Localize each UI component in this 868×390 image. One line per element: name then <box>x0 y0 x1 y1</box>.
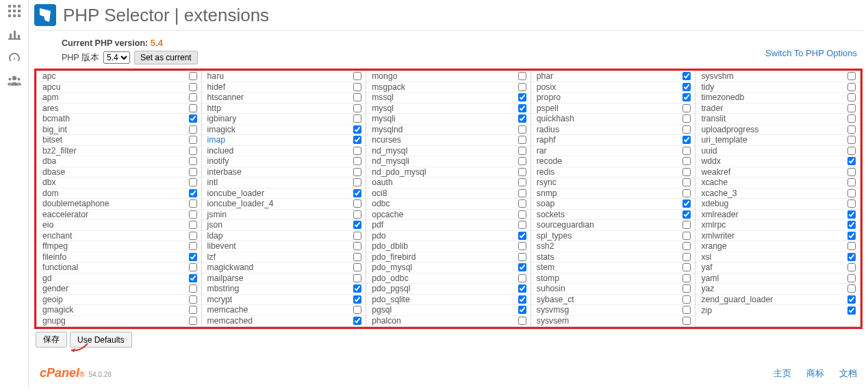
extension-checkbox[interactable] <box>518 284 526 293</box>
extension-checkbox[interactable] <box>189 199 197 208</box>
extension-label[interactable]: libevent <box>207 241 236 251</box>
extension-label[interactable]: ssh2 <box>537 241 554 251</box>
extension-label[interactable]: tidy <box>701 82 714 92</box>
extension-label[interactable]: trader <box>701 103 723 113</box>
extension-label[interactable]: fileinfo <box>42 252 66 262</box>
extension-label[interactable]: nd_mysqli <box>372 156 409 166</box>
extension-checkbox[interactable] <box>847 93 856 101</box>
extension-checkbox[interactable] <box>518 83 526 91</box>
extension-label[interactable]: memcache <box>207 305 248 315</box>
extension-label[interactable]: eaccelerator <box>42 210 88 219</box>
extension-label[interactable]: gmagick <box>42 305 73 315</box>
extension-checkbox[interactable] <box>682 306 691 314</box>
extension-label[interactable]: lzf <box>207 252 216 262</box>
extension-label[interactable]: odbc <box>372 199 390 208</box>
extension-checkbox[interactable] <box>518 125 526 134</box>
extension-checkbox[interactable] <box>189 136 197 144</box>
extension-checkbox[interactable] <box>189 157 197 165</box>
extension-checkbox[interactable] <box>847 263 856 271</box>
extension-label[interactable]: redis <box>537 167 554 177</box>
extension-label[interactable]: translit <box>701 114 726 123</box>
extension-label[interactable]: nd_pdo_mysql <box>372 167 426 177</box>
extension-checkbox[interactable] <box>189 306 197 314</box>
extension-label[interactable]: igbinary <box>207 114 237 123</box>
extension-checkbox[interactable] <box>682 72 691 80</box>
extension-label[interactable]: pspell <box>537 103 559 113</box>
extension-checkbox[interactable] <box>518 136 526 144</box>
extension-label[interactable]: dba <box>42 156 56 166</box>
extension-checkbox[interactable] <box>682 242 691 250</box>
extension-checkbox[interactable] <box>353 199 361 208</box>
extension-checkbox[interactable] <box>189 147 197 155</box>
extension-checkbox[interactable] <box>518 199 526 208</box>
extension-label[interactable]: suhosin <box>537 284 565 293</box>
extension-label[interactable]: bcmath <box>42 114 70 123</box>
extension-label[interactable]: spl_types <box>537 231 572 241</box>
extension-checkbox[interactable] <box>189 125 197 134</box>
extension-label[interactable]: memcached <box>207 316 253 326</box>
extension-label[interactable]: magickwand <box>207 263 254 272</box>
extension-checkbox[interactable] <box>189 168 197 176</box>
extension-label[interactable]: rsync <box>537 178 557 187</box>
extension-label[interactable]: oauth <box>372 178 393 187</box>
extension-label[interactable]: weakref <box>701 167 730 177</box>
extension-checkbox[interactable] <box>847 232 856 240</box>
extension-label[interactable]: gd <box>42 273 52 283</box>
extension-label[interactable]: pdo <box>372 231 385 241</box>
extension-checkbox[interactable] <box>353 253 361 261</box>
extension-checkbox[interactable] <box>847 242 856 250</box>
extension-label[interactable]: recode <box>537 156 562 166</box>
extension-checkbox[interactable] <box>353 93 361 101</box>
extension-checkbox[interactable] <box>682 263 691 271</box>
extension-checkbox[interactable] <box>518 306 526 314</box>
extension-label[interactable]: rar <box>537 146 547 156</box>
extension-label[interactable]: hidef <box>207 82 225 92</box>
extension-checkbox[interactable] <box>518 295 526 304</box>
extension-checkbox[interactable] <box>518 72 526 80</box>
extension-label[interactable]: htscanner <box>207 93 244 102</box>
extension-checkbox[interactable] <box>353 83 361 91</box>
extension-checkbox[interactable] <box>682 210 691 219</box>
extension-checkbox[interactable] <box>353 210 361 219</box>
extension-checkbox[interactable] <box>847 147 856 155</box>
extension-label[interactable]: yaz <box>701 284 714 293</box>
extension-checkbox[interactable] <box>189 178 197 186</box>
extension-label[interactable]: phar <box>537 71 553 81</box>
extension-label[interactable]: sysvmsg <box>537 305 569 315</box>
extension-label[interactable]: pdf <box>372 220 383 230</box>
extension-checkbox[interactable] <box>847 104 856 112</box>
extension-checkbox[interactable] <box>353 263 361 271</box>
extension-checkbox[interactable] <box>189 253 197 261</box>
extension-checkbox[interactable] <box>682 168 691 176</box>
extension-checkbox[interactable] <box>189 274 197 282</box>
extension-checkbox[interactable] <box>682 157 691 165</box>
extension-label[interactable]: uploadprogress <box>701 125 758 134</box>
extension-label[interactable]: dbx <box>42 178 56 187</box>
extension-label[interactable]: xmlwriter <box>701 231 735 241</box>
extension-checkbox[interactable] <box>847 253 856 261</box>
extension-label[interactable]: stats <box>537 252 554 262</box>
extension-checkbox[interactable] <box>353 168 361 176</box>
extension-checkbox[interactable] <box>847 189 856 197</box>
extension-checkbox[interactable] <box>189 210 197 219</box>
extension-checkbox[interactable] <box>189 104 197 112</box>
extension-checkbox[interactable] <box>189 232 197 240</box>
extension-label[interactable]: jsmin <box>207 210 227 219</box>
extension-label[interactable]: xcache <box>701 178 728 187</box>
extension-checkbox[interactable] <box>353 147 361 155</box>
dashboard-icon[interactable] <box>8 51 21 64</box>
extension-label[interactable]: pdo_pgsql <box>372 284 410 293</box>
extension-checkbox[interactable] <box>682 136 691 144</box>
extension-label[interactable]: quickhash <box>537 114 574 123</box>
extension-label[interactable]: msgpack <box>372 82 405 92</box>
extension-checkbox[interactable] <box>847 114 856 123</box>
extension-checkbox[interactable] <box>353 317 361 325</box>
extension-checkbox[interactable] <box>682 232 691 240</box>
extension-label[interactable]: gender <box>42 284 68 293</box>
extension-label[interactable]: nd_mysql <box>372 146 407 156</box>
extension-label[interactable]: apm <box>42 93 59 102</box>
extension-label[interactable]: apc <box>42 71 56 81</box>
footer-link[interactable]: 文档 <box>839 367 857 380</box>
extension-checkbox[interactable] <box>847 125 856 134</box>
extension-checkbox[interactable] <box>682 93 691 101</box>
